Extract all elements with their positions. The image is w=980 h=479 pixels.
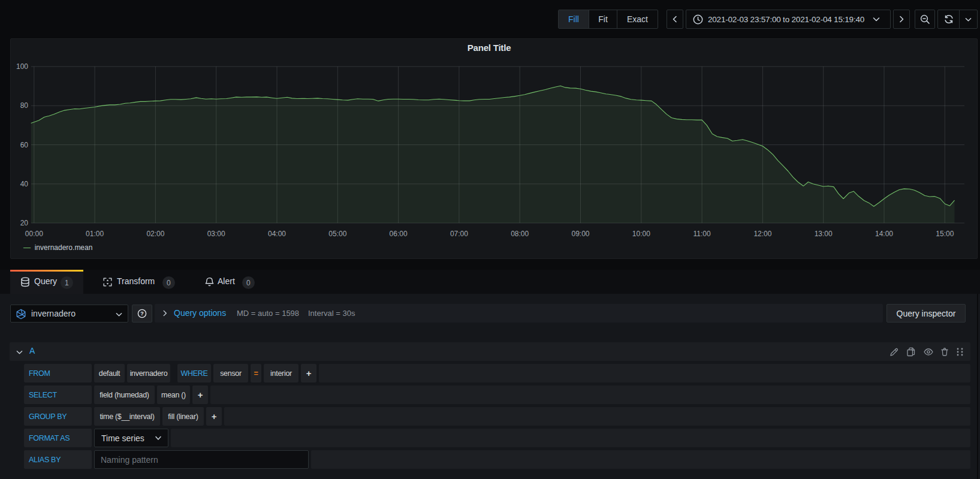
svg-text:13:00: 13:00: [815, 230, 833, 238]
svg-text:07:00: 07:00: [450, 230, 468, 238]
svg-text:12:00: 12:00: [753, 230, 771, 238]
svg-text:10:00: 10:00: [632, 230, 650, 238]
svg-text:06:00: 06:00: [390, 230, 408, 238]
svg-text:09:00: 09:00: [571, 230, 589, 238]
svg-text:15:00: 15:00: [936, 230, 954, 238]
svg-text:05:00: 05:00: [328, 230, 346, 238]
svg-text:02:00: 02:00: [146, 230, 164, 238]
svg-text:40: 40: [20, 180, 29, 188]
svg-text:20: 20: [20, 219, 29, 227]
svg-text:14:00: 14:00: [875, 230, 893, 238]
svg-text:03:00: 03:00: [207, 230, 225, 238]
svg-text:80: 80: [20, 101, 29, 110]
svg-text:00:00: 00:00: [25, 230, 43, 238]
svg-text:100: 100: [16, 62, 28, 71]
svg-text:04:00: 04:00: [268, 230, 286, 238]
svg-text:08:00: 08:00: [511, 230, 529, 238]
svg-text:60: 60: [20, 141, 29, 149]
svg-text:11:00: 11:00: [693, 230, 711, 238]
svg-text:?: ?: [140, 311, 144, 317]
svg-text:01:00: 01:00: [86, 230, 104, 238]
